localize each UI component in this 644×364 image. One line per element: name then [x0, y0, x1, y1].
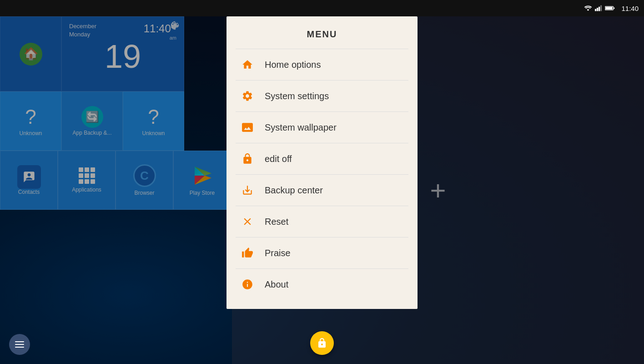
- wifi-icon: [584, 5, 592, 11]
- edit-off-icon: [240, 152, 255, 166]
- menu-item-edit-off[interactable]: edit off: [226, 143, 418, 174]
- system-wallpaper-label: System wallpaper: [265, 122, 337, 133]
- hamburger-menu-button[interactable]: [9, 334, 30, 355]
- home-options-label: Home options: [265, 60, 321, 70]
- menu-item-reset[interactable]: Reset: [226, 206, 418, 237]
- praise-label: Praise: [265, 248, 291, 258]
- backup-center-icon: [240, 183, 255, 197]
- signal-icon: [595, 5, 602, 11]
- menu-item-system-settings[interactable]: System settings: [226, 81, 418, 111]
- system-wallpaper-icon: [240, 120, 255, 135]
- menu-panel: MENU Home options System settings System…: [226, 16, 418, 309]
- svg-rect-5: [614, 7, 614, 9]
- menu-item-home-options[interactable]: Home options: [226, 49, 418, 80]
- about-label: About: [265, 279, 288, 290]
- menu-item-praise[interactable]: Praise: [226, 238, 418, 268]
- praise-icon: [240, 246, 255, 260]
- svg-rect-1: [597, 8, 598, 11]
- edit-off-label: edit off: [265, 154, 292, 164]
- battery-icon: [605, 5, 615, 11]
- svg-rect-0: [595, 9, 596, 11]
- status-time: 11:40: [621, 5, 639, 12]
- about-icon: [240, 277, 255, 292]
- reset-label: Reset: [265, 217, 288, 227]
- hamburger-icon: [15, 341, 24, 348]
- menu-item-backup-center[interactable]: Backup center: [226, 175, 418, 206]
- menu-title: MENU: [226, 16, 418, 49]
- svg-rect-6: [606, 7, 613, 10]
- status-bar: 11:40: [0, 0, 644, 16]
- menu-item-about[interactable]: About: [226, 269, 418, 300]
- status-icons: 11:40: [584, 5, 639, 12]
- svg-rect-2: [599, 7, 600, 11]
- reset-icon: [240, 214, 255, 229]
- home-options-icon: [240, 57, 255, 72]
- backup-center-label: Backup center: [265, 185, 323, 196]
- system-settings-label: System settings: [265, 91, 329, 101]
- svg-rect-3: [600, 5, 602, 11]
- lock-icon: [317, 338, 327, 349]
- menu-item-system-wallpaper[interactable]: System wallpaper: [226, 112, 418, 143]
- system-settings-icon: [240, 89, 255, 103]
- fab-lock-button[interactable]: [310, 331, 334, 355]
